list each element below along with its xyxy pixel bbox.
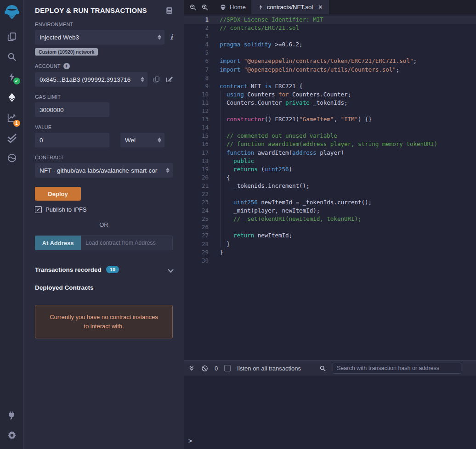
sidebar-item-plugin-manager[interactable] <box>0 405 24 425</box>
code-line[interactable]: 18 public <box>184 157 476 165</box>
code-line[interactable]: 6import "@openzeppelin/contracts/token/E… <box>184 57 476 65</box>
account-select[interactable]: 0x845...B1aB3 (999992.3913716 <box>35 72 147 87</box>
code-line[interactable]: 23 uint256 newItemId = _tokenIds.current… <box>184 198 476 207</box>
code-line[interactable]: 4pragma solidity >=0.6.2; <box>184 40 476 49</box>
code-line[interactable]: 22 <box>184 190 476 198</box>
gas-limit-input[interactable] <box>35 102 109 117</box>
code-line[interactable]: 5 <box>184 49 476 57</box>
terminal-output[interactable]: > <box>184 376 476 449</box>
code-line[interactable]: 12 <box>184 107 476 115</box>
code-line[interactable]: 8 <box>184 74 476 82</box>
sidebar-item-analytics[interactable]: 1 <box>0 107 24 128</box>
solidity-file-icon <box>257 4 264 11</box>
at-address-input[interactable] <box>81 236 173 250</box>
code-editor[interactable]: 1//SPDX-License-Identifier: MIT2// contr… <box>184 14 476 360</box>
terminal-search-input[interactable] <box>333 363 461 374</box>
code-line[interactable]: 9contract NFT is ERC721 { <box>184 82 476 90</box>
code-line[interactable]: 27 return newItemId; <box>184 231 476 240</box>
sidebar-item-unit-testing[interactable] <box>0 128 24 148</box>
line-number: 12 <box>184 107 220 115</box>
line-number: 5 <box>184 49 220 57</box>
code-line[interactable]: 28 } <box>184 240 476 248</box>
code-line[interactable]: 2// contracts/ERC721.sol <box>184 24 476 32</box>
code-line[interactable]: 15 // commented out unused variable <box>184 132 476 140</box>
code-line[interactable]: 10 using Counters for Counters.Counter; <box>184 90 476 99</box>
code-line[interactable]: 14 <box>184 123 476 132</box>
tab-nft-sol[interactable]: contracts/NFT.sol ✕ <box>252 0 329 14</box>
add-account-icon[interactable]: + <box>63 63 70 69</box>
code-line[interactable]: 13 constructor() ERC721("GameItem", "ITM… <box>184 115 476 123</box>
line-content: return newItemId; <box>220 231 476 240</box>
gear-icon <box>7 431 17 440</box>
code-line[interactable]: 30 <box>184 257 476 265</box>
pending-tx-count: 0 <box>215 365 218 372</box>
terminal-prompt: > <box>188 437 192 444</box>
clear-console-button[interactable] <box>201 365 208 372</box>
tab-bar: Home contracts/NFT.sol ✕ <box>184 0 476 14</box>
double-chevron-down-icon <box>188 365 195 371</box>
code-line[interactable]: 19 returns (uint256) <box>184 165 476 174</box>
line-number: 29 <box>184 248 220 257</box>
code-line[interactable]: 24 _mint(player, newItemId); <box>184 207 476 215</box>
line-number: 25 <box>184 215 220 223</box>
publish-ipfs-label: Publish to IPFS <box>45 206 87 213</box>
sidebar-item-deploy-run[interactable] <box>0 87 24 107</box>
value-unit-select[interactable]: Wei <box>120 133 164 147</box>
publish-ipfs-checkbox[interactable]: ✓ <box>35 206 42 213</box>
zoom-in-button[interactable] <box>201 4 209 11</box>
sidebar-item-file-explorer[interactable] <box>0 27 24 47</box>
code-line[interactable]: 7import "@openzeppelin/contracts/utils/C… <box>184 66 476 74</box>
line-number: 9 <box>184 82 220 90</box>
code-line[interactable]: 21 _tokenIds.increment(); <box>184 182 476 190</box>
deploy-button[interactable]: Deploy <box>35 187 81 201</box>
line-content: // contracts/ERC721.sol <box>220 24 476 32</box>
line-number: 11 <box>184 99 220 107</box>
code-line[interactable]: 1//SPDX-License-Identifier: MIT <box>184 16 476 24</box>
line-content: import "@openzeppelin/contracts/token/ER… <box>220 57 476 65</box>
close-tab-icon[interactable]: ✕ <box>318 4 323 11</box>
code-line[interactable]: 20 { <box>184 174 476 182</box>
code-line[interactable]: 26 <box>184 223 476 231</box>
value-input[interactable] <box>35 133 109 147</box>
sidebar-item-settings[interactable] <box>0 425 24 445</box>
code-line[interactable]: 29} <box>184 248 476 257</box>
code-line[interactable]: 17 function awardItem(address player) <box>184 149 476 157</box>
book-icon <box>166 7 173 14</box>
listen-transactions-checkbox[interactable] <box>224 365 231 371</box>
line-content: returns (uint256) <box>220 165 476 174</box>
line-number: 27 <box>184 231 220 240</box>
code-line[interactable]: 25 // _setTokenURI(newItemId, tokenURI); <box>184 215 476 223</box>
copy-account-button[interactable] <box>153 76 160 83</box>
sign-message-button[interactable] <box>165 76 173 83</box>
line-number: 30 <box>184 257 220 265</box>
line-number: 15 <box>184 132 220 140</box>
documentation-button[interactable] <box>166 7 173 14</box>
collapse-terminal-button[interactable] <box>188 365 195 371</box>
sidebar-item-search[interactable] <box>0 47 24 67</box>
tab-home[interactable]: Home <box>214 0 252 14</box>
line-number: 8 <box>184 74 220 82</box>
network-badge: Custom (10920) network <box>35 48 98 56</box>
code-line[interactable]: 16 // function awardItem(address player,… <box>184 140 476 148</box>
code-line[interactable]: 3 <box>184 32 476 40</box>
transactions-count-badge: 10 <box>106 266 119 273</box>
sidebar-item-solidity-compiler[interactable]: ✓ <box>0 67 24 87</box>
at-address-button[interactable]: At Address <box>35 236 81 250</box>
terminal-toolbar: 0 listen on all transactions <box>184 360 476 376</box>
line-content: } <box>220 240 476 248</box>
chevron-down-icon[interactable] <box>168 267 174 273</box>
line-content: //SPDX-License-Identifier: MIT <box>220 16 476 24</box>
account-value: 0x845...B1aB3 (999992.3913716 <box>40 76 130 83</box>
code-line[interactable]: 11 Counters.Counter private _tokenIds; <box>184 99 476 107</box>
files-icon <box>7 32 17 42</box>
sidebar-item-plugin[interactable] <box>0 148 24 168</box>
zoom-out-button[interactable] <box>189 4 197 11</box>
contract-select[interactable]: NFT - github/ava-labs/avalanche-smart-co… <box>35 163 173 178</box>
tab-home-label: Home <box>230 4 246 11</box>
line-number: 24 <box>184 207 220 215</box>
analytics-count-badge: 1 <box>13 120 20 127</box>
line-content: pragma solidity >=0.6.2; <box>220 40 476 49</box>
environment-info-icon[interactable]: i <box>170 33 173 41</box>
line-content: function awardItem(address player) <box>220 149 476 157</box>
environment-select[interactable]: Injected Web3 <box>35 30 164 45</box>
